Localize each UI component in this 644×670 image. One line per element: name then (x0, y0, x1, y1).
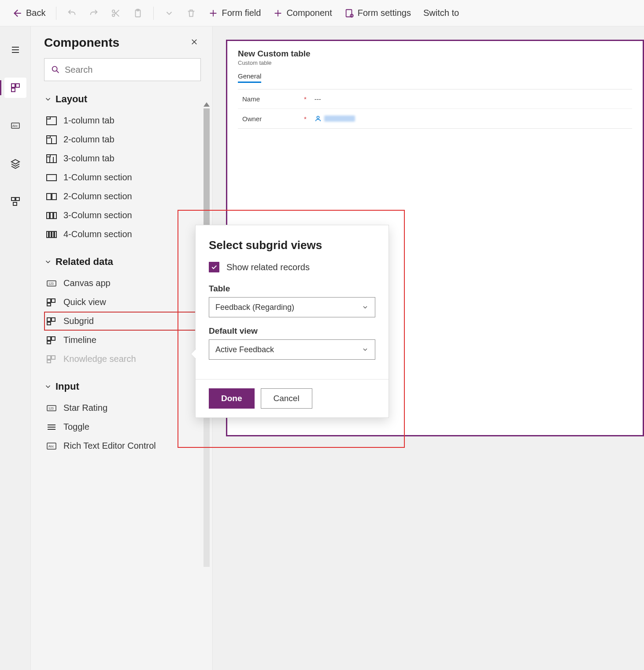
canvas-app-icon: 123 (46, 279, 57, 288)
clipboard-icon (133, 8, 143, 18)
tree-icon (10, 196, 21, 207)
chevron-down-icon (362, 346, 369, 353)
component-2-column-section[interactable]: 2-Column section (44, 187, 201, 206)
chevron-down-icon (44, 383, 52, 391)
form-subtitle: Custom table (238, 60, 632, 66)
svg-rect-28 (50, 212, 53, 219)
svg-text:Abc: Abc (12, 124, 18, 127)
svg-rect-32 (52, 231, 54, 238)
rich-text-icon: Abc (46, 441, 57, 451)
component-rich-text[interactable]: AbcRich Text Editor Control (44, 436, 201, 455)
component-4-column-section[interactable]: 4-Column section (44, 225, 201, 244)
form-settings-label: Form settings (358, 8, 411, 18)
form-canvas: New Custom table Custom table General Na… (213, 26, 644, 670)
svg-rect-44 (47, 341, 51, 344)
component-toggle[interactable]: Toggle (44, 417, 201, 436)
rail-menu-button[interactable] (4, 40, 26, 60)
rail-components-button[interactable] (4, 78, 26, 98)
sec-2col-icon (46, 192, 57, 201)
paste-button[interactable] (129, 6, 147, 21)
table-select[interactable]: Feedback (Regarding) (209, 297, 375, 317)
field-name[interactable]: Name * --- (238, 89, 632, 109)
component-subgrid[interactable]: Subgrid (44, 312, 201, 331)
component-canvas-app[interactable]: 123Canvas app (44, 274, 201, 293)
section-layout-toggle[interactable]: Layout (44, 93, 201, 105)
cancel-button[interactable]: Cancel (261, 388, 312, 409)
component-3-column-section[interactable]: 3-Column section (44, 206, 201, 225)
star-rating-icon: 123 (46, 403, 57, 413)
svg-rect-41 (47, 322, 51, 325)
undo-button[interactable] (63, 6, 81, 21)
plus-icon (273, 8, 283, 18)
redo-button[interactable] (85, 6, 103, 21)
svg-rect-36 (47, 299, 51, 302)
rail-tree-button[interactable] (4, 191, 26, 212)
tab-1col-icon (46, 116, 57, 126)
component-star-rating[interactable]: 123Star Rating (44, 398, 201, 417)
subgrid-icon (46, 316, 57, 326)
layers-icon (10, 158, 21, 169)
svg-rect-47 (47, 360, 51, 363)
chevron-down-icon (362, 304, 369, 311)
done-button[interactable]: Done (209, 388, 255, 409)
section-input-label: Input (56, 381, 79, 392)
knowledge-search-icon (46, 354, 57, 364)
add-component-button[interactable]: Component (269, 5, 336, 21)
tab-general[interactable]: General (238, 72, 261, 83)
svg-rect-13 (13, 202, 17, 205)
component-1-column-tab[interactable]: 1-column tab (44, 111, 201, 130)
show-related-checkbox[interactable]: Show related records (209, 262, 375, 272)
component-1-column-section[interactable]: 1-Column section (44, 168, 201, 187)
svg-rect-38 (47, 303, 51, 306)
rail-text-button[interactable]: Abc (4, 115, 26, 136)
more-button[interactable] (160, 6, 178, 21)
toggle-icon (46, 422, 57, 432)
required-icon: * (304, 95, 307, 103)
field-owner[interactable]: Owner * (238, 109, 632, 128)
rail-layers-button[interactable] (4, 153, 26, 174)
close-icon (190, 38, 198, 46)
redo-icon (89, 8, 99, 18)
svg-rect-16 (47, 117, 50, 119)
component-timeline[interactable]: Timeline (44, 331, 201, 350)
sec-1col-icon (46, 173, 57, 182)
person-icon (315, 115, 322, 122)
svg-point-0 (112, 10, 115, 12)
svg-text:123: 123 (48, 407, 54, 410)
back-button[interactable]: Back (7, 5, 50, 22)
svg-rect-4 (346, 9, 352, 17)
cut-button[interactable] (107, 6, 125, 21)
component-2-column-tab[interactable]: 2-column tab (44, 130, 201, 149)
svg-rect-29 (54, 212, 56, 219)
subgrid-popover: Select subgrid views Show related record… (195, 225, 389, 418)
section-input-toggle[interactable]: Input (44, 381, 201, 392)
close-panel-button[interactable] (188, 35, 201, 50)
svg-rect-24 (47, 175, 56, 181)
section-related-toggle[interactable]: Related data (44, 256, 201, 268)
form-settings-button[interactable]: Form settings (340, 5, 415, 21)
trash-icon (186, 8, 196, 18)
left-rail: Abc (0, 26, 31, 670)
sec-3col-icon (46, 211, 57, 220)
form-settings-icon (344, 8, 354, 18)
svg-text:Abc: Abc (48, 445, 54, 448)
callout-arrow-icon (191, 349, 196, 359)
add-form-field-button[interactable]: Form field (204, 5, 265, 21)
component-3-column-tab[interactable]: 3-column tab (44, 149, 201, 168)
section-layout-label: Layout (56, 93, 87, 105)
hamburger-icon (10, 45, 21, 55)
search-input[interactable]: Search (44, 58, 201, 81)
svg-rect-45 (47, 356, 51, 359)
svg-rect-8 (11, 88, 15, 92)
component-knowledge-search: Knowledge search (44, 350, 201, 368)
switch-button[interactable]: Switch to (419, 5, 463, 21)
tab-2col-icon (46, 135, 57, 145)
component-quick-view[interactable]: Quick view (44, 293, 201, 312)
checkbox-checked-icon (209, 262, 219, 272)
default-view-select[interactable]: Active Feedback (209, 339, 375, 360)
switch-label: Switch to (423, 8, 459, 18)
owner-value-redacted (324, 115, 355, 122)
delete-button[interactable] (182, 6, 200, 21)
svg-point-14 (52, 67, 57, 71)
chevron-down-icon (44, 95, 52, 103)
